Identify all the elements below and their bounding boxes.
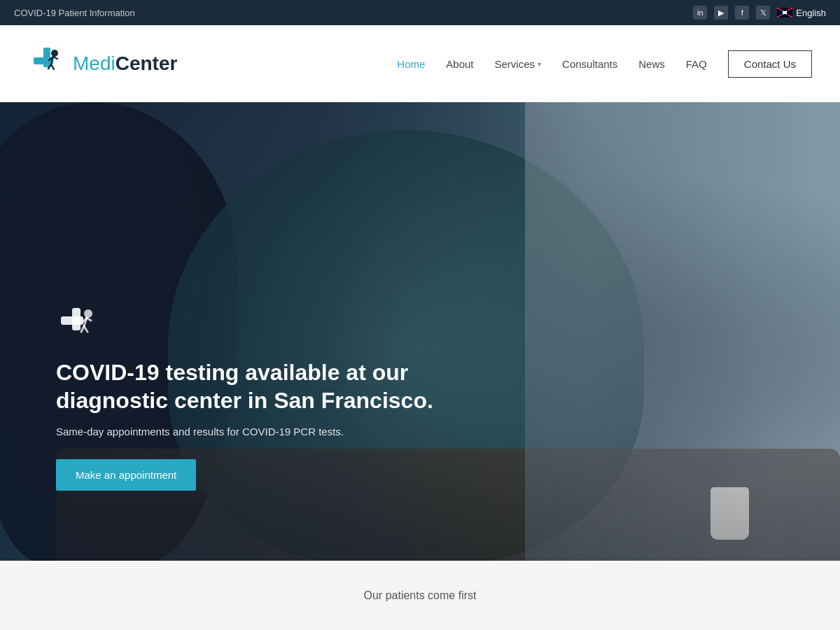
covid-info-text: COVID-19 Patient Information: [14, 8, 135, 18]
nav-faq[interactable]: FAQ: [686, 58, 707, 70]
uk-flag-icon: [777, 8, 792, 18]
svg-line-13: [84, 326, 88, 332]
language-selector[interactable]: English: [777, 8, 826, 18]
svg-point-2: [51, 50, 58, 57]
svg-rect-9: [61, 316, 83, 325]
nav-news[interactable]: News: [638, 58, 665, 70]
hero-content: COVID-19 testing available at our diagno…: [56, 308, 434, 491]
nav-about[interactable]: About: [446, 58, 473, 70]
linkedin-icon[interactable]: in: [693, 6, 707, 20]
svg-point-10: [84, 309, 92, 318]
hero-title: COVID-19 testing available at our diagno…: [56, 358, 434, 414]
logo-medi: Medi: [73, 52, 115, 74]
hero-section: COVID-19 testing available at our diagno…: [0, 102, 840, 561]
logo-text: MediCenter: [73, 52, 177, 75]
svg-line-7: [53, 57, 57, 59]
contact-us-button[interactable]: Contact Us: [728, 50, 812, 78]
nav-consultants[interactable]: Consultants: [562, 58, 617, 70]
svg-line-15: [87, 318, 91, 321]
hero-subtitle: Same-day appointments and results for CO…: [56, 424, 434, 440]
hero-logo-icon: [56, 308, 98, 343]
top-bar-right: in ▶ f 𝕏 English: [693, 6, 826, 20]
twitter-icon[interactable]: 𝕏: [756, 6, 770, 20]
site-header: MediCenter Home About Services ▾ Consult…: [0, 25, 840, 102]
site-logo[interactable]: MediCenter: [28, 45, 177, 83]
facebook-icon[interactable]: f: [735, 6, 749, 20]
logo-center: Center: [115, 52, 178, 74]
language-label: English: [796, 8, 826, 18]
bottom-tagline-section: Our patients come first: [0, 561, 840, 630]
main-nav: Home About Services ▾ Consultants News F…: [397, 50, 812, 78]
services-chevron-icon: ▾: [538, 60, 541, 68]
top-bar: COVID-19 Patient Information in ▶ f 𝕏 En…: [0, 0, 840, 25]
nav-home[interactable]: Home: [397, 58, 425, 70]
svg-line-5: [51, 64, 54, 69]
youtube-icon[interactable]: ▶: [714, 6, 728, 20]
nav-services[interactable]: Services ▾: [495, 58, 542, 70]
logo-icon-svg: [28, 45, 66, 83]
tagline-text: Our patients come first: [364, 589, 477, 602]
make-appointment-button[interactable]: Make an appointment: [56, 459, 196, 491]
